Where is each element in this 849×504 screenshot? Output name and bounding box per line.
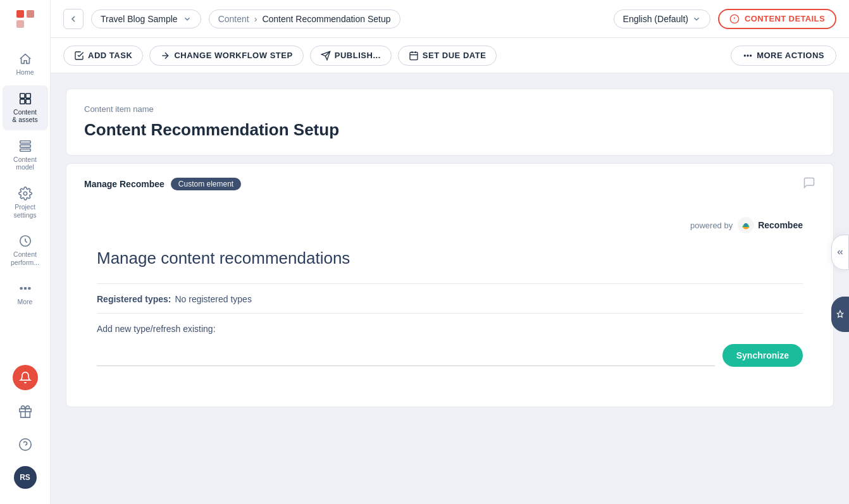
chevrons-left-icon: [836, 248, 845, 257]
back-button[interactable]: [63, 9, 84, 29]
sidebar-item-content-assets[interactable]: Content& assets: [3, 85, 48, 130]
breadcrumb-section: Content: [218, 14, 249, 24]
svg-point-30: [747, 55, 748, 56]
svg-point-13: [24, 288, 26, 290]
help-button[interactable]: [14, 433, 37, 456]
content-name-card: Content item name Content Recommendation…: [66, 89, 834, 156]
svg-rect-4: [25, 93, 30, 97]
main-area: Travel Blog Sample Content › Content Rec…: [51, 0, 849, 504]
gift-button[interactable]: [14, 400, 37, 423]
svg-point-29: [744, 55, 745, 56]
breadcrumb-page: Content Recommendation Setup: [262, 14, 390, 24]
svg-point-31: [750, 55, 752, 56]
sync-input[interactable]: [97, 345, 715, 366]
content-name-label: Content item name: [84, 104, 815, 114]
info-icon: [729, 14, 740, 24]
content-details-button[interactable]: CONTENT DETAILS: [718, 9, 836, 29]
toolbar: ADD TASK CHANGE WORKFLOW STEP PUBLISH...: [51, 38, 849, 73]
divider-1: [97, 283, 803, 284]
sidebar-item-more-label: More: [18, 298, 33, 306]
sidebar: Home Content& assets Contentmodel Projec…: [0, 0, 51, 504]
svg-point-17: [19, 439, 30, 450]
language-label: English (Default): [623, 14, 689, 24]
svg-rect-8: [20, 145, 30, 147]
sidebar-item-home-label: Home: [16, 68, 34, 77]
breadcrumb: Content › Content Recommendation Setup: [209, 9, 400, 28]
chevron-down-icon: [692, 15, 701, 23]
svg-point-10: [23, 192, 27, 195]
divider-2: [97, 313, 803, 314]
recombee-header: powered by Recombee: [97, 217, 803, 233]
main-wrapper: Content item name Content Recommendation…: [51, 73, 849, 504]
recombee-panel: powered by Recombee: [84, 204, 815, 394]
add-new-label: Add new type/refresh existing:: [97, 324, 803, 334]
synchronize-button[interactable]: Synchronize: [722, 344, 803, 367]
svg-rect-25: [410, 52, 418, 59]
project-name: Travel Blog Sample: [101, 14, 178, 24]
custom-element-card: Manage Recombee Custom element powered b…: [66, 163, 834, 407]
change-workflow-step-button[interactable]: CHANGE WORKFLOW STEP: [149, 46, 303, 66]
pin-panel-button[interactable]: [831, 297, 849, 332]
svg-rect-0: [16, 10, 24, 18]
more-horizontal-icon: [743, 51, 753, 61]
arrow-right-icon: [160, 51, 170, 61]
svg-rect-3: [20, 93, 24, 97]
topbar: Travel Blog Sample Content › Content Rec…: [51, 0, 849, 38]
recombee-logo-icon: [738, 217, 754, 233]
svg-point-12: [20, 288, 22, 290]
recombee-logo: Recombee: [738, 217, 803, 233]
svg-rect-1: [27, 10, 34, 18]
sidebar-item-content-model[interactable]: Contentmodel: [3, 133, 48, 178]
chevron-down-icon: [183, 15, 192, 23]
calendar-icon: [409, 51, 419, 61]
add-task-button[interactable]: ADD TASK: [63, 46, 143, 66]
app-logo[interactable]: [14, 8, 37, 33]
language-selector[interactable]: English (Default): [614, 9, 711, 28]
svg-rect-7: [20, 141, 30, 144]
pin-icon: [836, 310, 845, 319]
send-icon: [321, 51, 331, 61]
powered-by-label: powered by: [690, 221, 733, 230]
breadcrumb-separator: ›: [254, 14, 257, 24]
registered-types-label: Registered types:: [97, 294, 171, 304]
check-square-icon: [74, 51, 84, 61]
collapse-panel-button[interactable]: [831, 235, 849, 270]
content-area: Content item name Content Recommendation…: [51, 73, 849, 504]
sidebar-item-home[interactable]: Home: [3, 46, 48, 83]
sidebar-item-more[interactable]: More: [3, 275, 48, 312]
user-avatar[interactable]: RS: [14, 466, 37, 489]
sidebar-item-project-settings[interactable]: Project settings: [3, 180, 48, 225]
custom-element-badge: Custom element: [171, 178, 241, 190]
sidebar-item-content-assets-label: Content& assets: [12, 108, 37, 124]
custom-element-header: Manage Recombee Custom element: [84, 176, 815, 192]
project-selector[interactable]: Travel Blog Sample: [91, 9, 201, 28]
sidebar-item-content-model-label: Contentmodel: [13, 156, 37, 171]
svg-rect-5: [20, 99, 24, 104]
sidebar-item-content-perf[interactable]: Contentperform...: [3, 228, 48, 273]
comment-icon[interactable]: [803, 176, 815, 192]
sidebar-item-content-perf-label: Contentperform...: [11, 250, 39, 266]
manage-title: Manage content recommendations: [97, 249, 803, 268]
set-due-date-button[interactable]: SET DUE DATE: [398, 46, 497, 66]
element-title: Manage Recombee: [84, 179, 164, 189]
sidebar-item-project-settings-label: Project settings: [6, 203, 44, 219]
svg-rect-6: [25, 99, 30, 104]
more-actions-button[interactable]: MORE ACTIONS: [731, 46, 836, 66]
custom-element-content: Manage Recombee Custom element powered b…: [66, 164, 833, 407]
svg-point-14: [28, 288, 30, 290]
svg-rect-2: [16, 20, 24, 28]
registered-types-value: No registered types: [175, 294, 251, 304]
svg-point-33: [744, 223, 748, 227]
content-details-label: CONTENT DETAILS: [745, 14, 825, 23]
svg-rect-9: [20, 149, 30, 151]
content-name-value: Content Recommendation Setup: [84, 120, 815, 140]
sidebar-bottom: RS: [13, 365, 38, 496]
input-sync-row: Synchronize: [97, 344, 803, 367]
publish-button[interactable]: PUBLISH...: [310, 46, 392, 66]
notification-button[interactable]: [13, 365, 38, 390]
recombee-name: Recombee: [758, 220, 803, 230]
registered-types-row: Registered types: No registered types: [97, 294, 803, 304]
